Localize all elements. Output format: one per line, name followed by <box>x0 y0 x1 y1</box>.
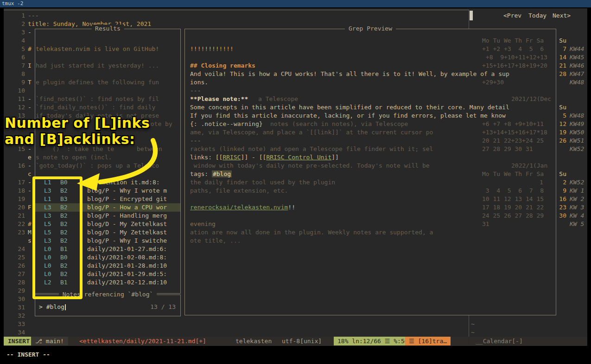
result-name: daily/2021-01-27.md:6: <box>87 245 167 253</box>
calendar-statusline: __Calendar[-] <box>469 337 587 345</box>
result-name: daily/2021-02-12.md:10 <box>87 278 167 287</box>
preview-text: **Please note:** <box>190 95 248 102</box>
preview-text: !!!!!!!!!!!! <box>190 45 234 52</box>
result-name: blog/D - My Zettelkast <box>87 228 167 237</box>
calendar-date[interactable]: 12 <box>555 120 566 128</box>
empty-buffer-tilde: ~ <box>471 320 475 328</box>
calendar-date[interactable]: 19 <box>555 128 566 137</box>
current-filename: <ettelkasten/daily/2021-11-21.md[+] <box>79 337 206 345</box>
calendar-date[interactable]: 26 <box>555 137 566 145</box>
preview-line: --- <box>190 87 201 95</box>
cursor-position: 18% ln:12/66 ☰ %:50 <box>334 337 412 345</box>
preview-text: links: [[ <box>190 154 222 161</box>
background-bleed-text: +15+16+17+18+19+20 <box>482 62 547 70</box>
background-bleed-text: 20 21 22+23+24 25 <box>482 137 544 145</box>
preview-line: ions. <box>190 78 208 87</box>
calendar-week-number: KW 2 <box>570 195 584 203</box>
preview-line: renerocksai/telekasten.nvim!! <box>190 203 295 212</box>
grep-preview-window: Grep Preview a Telescopenotes (search in… <box>184 29 556 315</box>
background-bleed-text: s note to open (incl. <box>36 153 115 162</box>
calendar-date[interactable]: 9 <box>555 187 566 195</box>
background-bleed-text: window with today's daily note pre-selec… <box>190 162 430 170</box>
preview-text: {: .notice--warning} <box>190 120 263 127</box>
calendar-date[interactable]: 14 <box>555 53 566 62</box>
buffer-tabs-indicator: ☰ [16]tra… <box>405 337 451 345</box>
plugin-name: telekasten <box>235 337 272 345</box>
text-cursor <box>65 304 66 310</box>
preview-text: If you find this article inaccurate, lac… <box>190 112 506 119</box>
scrollbar-thumb[interactable] <box>470 11 473 20</box>
result-counter: 13 / 13 <box>150 303 176 311</box>
pane-top-border <box>4 10 469 10</box>
calendar-week-number: KW46 <box>570 62 584 70</box>
background-bleed-text: e plugin defines the following fun <box>36 78 159 87</box>
file-encoding: utf-8[unix] <box>282 337 322 345</box>
background-bleed-text: the daily finder tool used by the plugin <box>190 178 335 187</box>
preview-text: And voila! This is how a CPU works! That… <box>190 70 509 77</box>
background-bleed-text: 31 <box>482 220 489 228</box>
calendar-week-number: KW44 <box>570 45 584 53</box>
background-bleed-text: paths, file extension, etc. <box>190 187 288 195</box>
preview-line: **Please note:** <box>190 95 248 103</box>
background-bleed-text: 1 <box>540 178 543 187</box>
preview-line: Some concepts in this article have been … <box>190 103 509 112</box>
background-bleed-text: 24 25 26 27 28 29 <box>482 212 544 220</box>
calendar-date[interactable]: 21 <box>555 62 566 70</box>
preview-text: evening <box>190 220 216 227</box>
preview-text: renerocksai/telekasten.nvim <box>190 204 288 211</box>
preview-text: !! <box>288 204 295 211</box>
background-bleed-text: 2022/1(Jan <box>511 162 547 170</box>
mode-indicator: INSERT <box>4 337 34 345</box>
result-name: blog/D - My Zettelkast <box>87 220 167 228</box>
background-bleed-text: `find_notes()` : find notes by fil <box>36 95 159 103</box>
preview-text: ]] - [[ <box>241 154 267 161</box>
result-name: daily/2021-02-08.md:8: <box>87 253 167 262</box>
preview-line: {: .notice--warning} <box>190 120 263 128</box>
preview-line: If you find this article inaccurate, lac… <box>190 112 506 120</box>
calendar-date[interactable]: 28 <box>555 70 566 78</box>
calendar-week-number: KW49 <box>570 120 584 128</box>
background-bleed-text: +29+30 <box>482 78 504 87</box>
results-title: Results <box>91 25 124 33</box>
background-bleed-text: 27 28 29 30 31 <box>482 145 533 153</box>
result-name: blog/P - Encrypted git <box>87 195 167 203</box>
annotation-line-1: Number of [L]inks <box>5 115 150 131</box>
background-bleed-text: 17 18 19 20 21 22 <box>482 203 544 212</box>
empty-buffer-tilde: ~ <box>471 328 475 337</box>
result-name: blog/P - Why I wrote m <box>87 187 167 195</box>
background-bleed-text: +6 +7 +8 +9+10+11 <box>482 120 544 128</box>
calendar-weekday-header: Su <box>555 37 566 45</box>
calendar-window-label: __Calendar[-] <box>476 338 523 345</box>
result-name: daily/2021-01-29.md:5: <box>87 270 167 278</box>
search-prompt-input[interactable]: > #blog <box>39 303 66 310</box>
preview-line: ## Closing remarks <box>190 62 255 70</box>
calendar-date[interactable]: 7 <box>555 45 566 53</box>
calendar-week-number: KW50 <box>570 128 584 137</box>
annotation-line-2: and [B]acklinks: <box>5 131 150 147</box>
preview-text: RRISC Control Unit <box>266 154 331 161</box>
calendar-date[interactable]: 30 <box>555 212 566 220</box>
preview-line: tags: #blog <box>190 170 232 178</box>
calendar-week-number: KW 4 <box>570 212 584 220</box>
background-bleed-text: telekasten.nvim is live on GitHub! <box>36 45 159 53</box>
preview-line: evening <box>190 220 216 228</box>
background-bleed-text: ation are now all done in the plugin. We… <box>190 228 433 237</box>
annotation-text: Number of [L]inks and [B]acklinks: <box>5 115 150 147</box>
background-bleed-text: +8 9+10+11+12+13 <box>482 53 547 62</box>
calendar-date[interactable]: 16 <box>555 195 566 203</box>
background-bleed-text: notes (search in notes), via Telescope <box>270 120 408 128</box>
calendar-week-number: KW52 <box>570 145 584 153</box>
preview-line: links: [[RRISC]] - [[RRISC Control Unit]… <box>190 153 339 162</box>
result-name: blog/P - Why I switche <box>87 237 167 245</box>
calendar-week-number: KW47 <box>570 70 584 78</box>
calendar-date[interactable]: 23 <box>555 203 566 212</box>
result-name: … i mention it.md:8: <box>87 178 160 187</box>
preview-text: RRISC <box>222 154 241 161</box>
background-bleed-text: ame, via Telescope, and place a `[[link]… <box>190 128 433 137</box>
calendar-date[interactable]: 5 <box>555 112 566 120</box>
preview-line: And voila! This is how a CPU works! That… <box>190 70 509 78</box>
calendar-week-number: KW51 <box>570 137 584 145</box>
grep-preview-title: Grep Preview <box>345 25 396 33</box>
calendar-date[interactable]: 2 <box>555 178 566 187</box>
background-bleed-text: Mo Tu We Th Fr Sa <box>482 37 544 45</box>
